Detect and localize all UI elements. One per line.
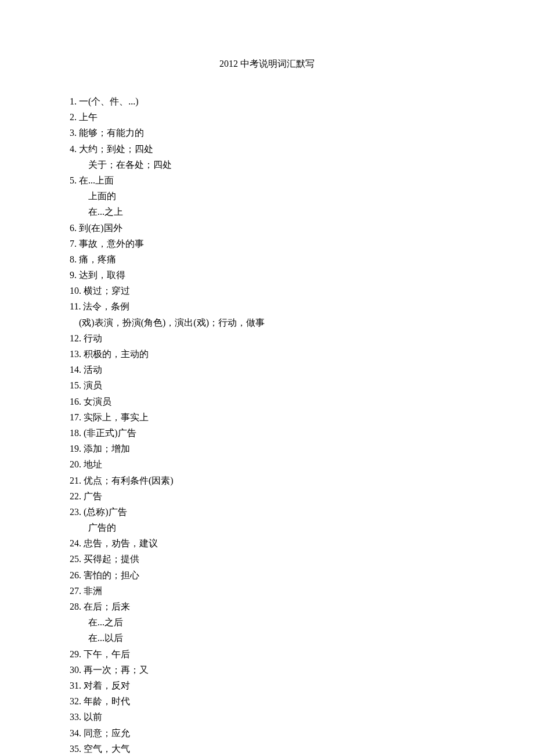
list-item: 5. 在...上面 <box>70 172 464 188</box>
list-item: 30. 再一次；再；又 <box>70 662 464 678</box>
list-item: 21. 优点；有利条件(因素) <box>70 473 464 488</box>
list-item: 31. 对着，反对 <box>70 678 464 693</box>
list-item: 18. (非正式)广告 <box>70 425 464 441</box>
item-text: 实际上，事实上 <box>84 412 149 422</box>
item-number: 14. <box>70 365 84 375</box>
item-subtext: 在...以后 <box>70 630 464 646</box>
item-text: 同意；应允 <box>84 728 130 738</box>
item-text: 能够；有能力的 <box>79 128 144 138</box>
item-text: 空气，大气 <box>84 744 130 754</box>
item-text: 忠告，劝告，建议 <box>84 538 158 548</box>
list-item: 29. 下午，午后 <box>70 646 464 662</box>
item-text: 年龄，时代 <box>84 696 130 706</box>
list-item: 34. 同意；应允 <box>70 725 464 741</box>
item-number: 18. <box>70 428 84 438</box>
item-number: 19. <box>70 444 84 453</box>
item-text: 地址 <box>84 459 102 469</box>
list-item: 33. 以前 <box>70 709 464 725</box>
item-number: 23. <box>70 507 84 517</box>
item-number: 30. <box>70 665 84 675</box>
item-text: 大约；到处；四处 <box>79 144 153 154</box>
item-subtext: (戏)表演，扮演(角色)，演出(戏)；行动，做事 <box>70 315 464 330</box>
item-number: 4. <box>70 144 79 154</box>
list-item: 24. 忠告，劝告，建议 <box>70 535 464 551</box>
item-text: 以前 <box>84 712 102 722</box>
item-number: 21. <box>70 476 84 485</box>
item-number: 26. <box>70 570 84 580</box>
list-item: 13. 积极的，主动的 <box>70 346 464 362</box>
item-text: 事故，意外的事 <box>79 239 144 249</box>
page-title: 2012 中考说明词汇默写 <box>70 58 464 70</box>
item-text: 活动 <box>84 365 102 375</box>
item-text: 对着，反对 <box>84 681 130 690</box>
item-text: 法令，条例 <box>83 301 129 311</box>
item-number: 20. <box>70 459 84 469</box>
item-number: 13. <box>70 349 84 359</box>
item-number: 12. <box>70 333 84 343</box>
list-item: 27. 非洲 <box>70 583 464 599</box>
item-text: 积极的，主动的 <box>84 349 149 359</box>
item-number: 27. <box>70 586 84 596</box>
list-item: 28. 在后；后来 <box>70 599 464 614</box>
vocabulary-list: 1. 一(个、件、...)2. 上午3. 能够；有能力的4. 大约；到处；四处关… <box>70 93 464 756</box>
item-number: 33. <box>70 712 84 722</box>
list-item: 26. 害怕的；担心 <box>70 567 464 583</box>
item-number: 6. <box>70 223 79 233</box>
item-subtext: 在...之后 <box>70 614 464 630</box>
list-item: 11. 法令，条例 <box>70 298 464 314</box>
item-subtext: 关于；在各处；四处 <box>70 157 464 172</box>
item-text: 横过；穿过 <box>84 286 130 296</box>
item-subtext: 上面的 <box>70 188 464 204</box>
item-text: 在...上面 <box>79 175 114 185</box>
list-item: 14. 活动 <box>70 362 464 377</box>
list-item: 16. 女演员 <box>70 394 464 409</box>
list-item: 15. 演员 <box>70 377 464 393</box>
item-text: 买得起；提供 <box>84 554 139 564</box>
item-number: 28. <box>70 602 84 611</box>
item-number: 1. <box>70 96 79 106</box>
item-number: 9. <box>70 270 79 280</box>
item-number: 29. <box>70 649 84 659</box>
item-number: 7. <box>70 239 79 249</box>
item-text: 演员 <box>84 380 102 390</box>
item-number: 22. <box>70 491 84 501</box>
list-item: 17. 实际上，事实上 <box>70 409 464 425</box>
item-text: 痛，疼痛 <box>79 254 116 264</box>
item-number: 3. <box>70 128 79 138</box>
item-number: 16. <box>70 397 84 406</box>
item-text: 优点；有利条件(因素) <box>84 476 174 485</box>
item-text: 广告 <box>84 491 102 501</box>
item-text: 上午 <box>79 112 98 122</box>
item-subtext: 广告的 <box>70 520 464 535</box>
item-number: 25. <box>70 554 84 564</box>
list-item: 23. (总称)广告 <box>70 504 464 520</box>
list-item: 12. 行动 <box>70 330 464 346</box>
item-number: 10. <box>70 286 84 296</box>
item-text: (非正式)广告 <box>84 428 136 438</box>
item-text: (总称)广告 <box>84 507 127 517</box>
list-item: 10. 横过；穿过 <box>70 283 464 298</box>
item-text: 在后；后来 <box>84 602 130 611</box>
item-number: 34. <box>70 728 84 738</box>
item-subtext: 在...之上 <box>70 204 464 219</box>
item-text: 一(个、件、...) <box>79 96 139 106</box>
item-number: 8. <box>70 254 79 264</box>
item-text: 女演员 <box>84 397 111 406</box>
list-item: 32. 年龄，时代 <box>70 693 464 709</box>
list-item: 19. 添加；增加 <box>70 441 464 456</box>
item-number: 5. <box>70 175 79 185</box>
list-item: 22. 广告 <box>70 488 464 504</box>
list-item: 25. 买得起；提供 <box>70 551 464 567</box>
document-page: 2012 中考说明词汇默写 1. 一(个、件、...)2. 上午3. 能够；有能… <box>0 0 534 756</box>
item-number: 15. <box>70 380 84 390</box>
list-item: 9. 达到，取得 <box>70 267 464 283</box>
list-item: 20. 地址 <box>70 456 464 472</box>
item-number: 32. <box>70 696 84 706</box>
item-text: 再一次；再；又 <box>84 665 149 675</box>
list-item: 2. 上午 <box>70 109 464 125</box>
item-text: 下午，午后 <box>84 649 130 659</box>
item-number: 24. <box>70 538 84 548</box>
list-item: 4. 大约；到处；四处 <box>70 141 464 157</box>
item-text: 非洲 <box>84 586 102 596</box>
item-number: 35. <box>70 744 84 754</box>
